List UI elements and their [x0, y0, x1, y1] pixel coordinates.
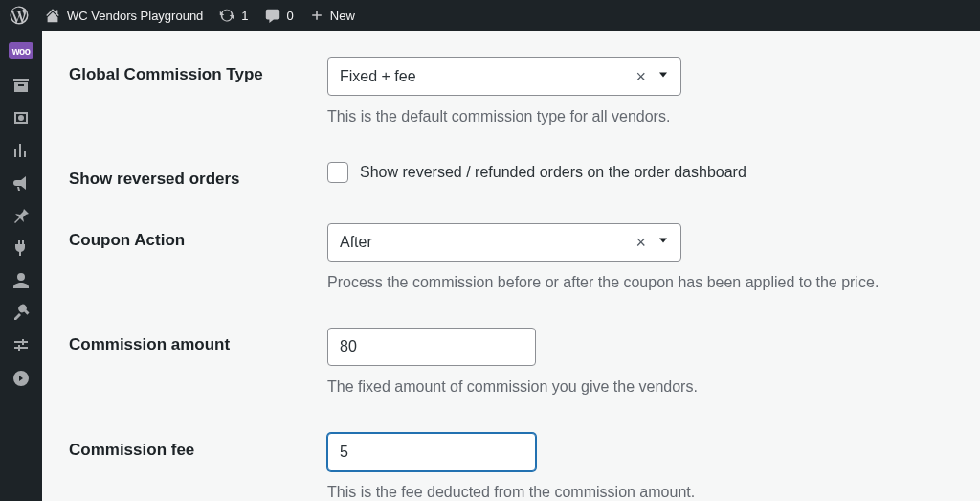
comments-count-text: 0	[287, 9, 294, 23]
settings-form: Global Commission Type Fixed + fee × Thi…	[42, 31, 980, 501]
coupon-action-desc: Process the commission before or after t…	[327, 271, 961, 293]
label-show-reversed: Show reversed orders	[69, 162, 327, 189]
settings-slider-icon[interactable]	[0, 330, 42, 362]
updates-link[interactable]: 1	[211, 0, 256, 31]
updates-count-text: 1	[241, 9, 248, 23]
show-reversed-checkbox[interactable]	[327, 162, 348, 183]
site-title-text: WC Vendors Playground	[67, 9, 203, 23]
new-content-link[interactable]: New	[301, 0, 363, 31]
collapse-icon[interactable]	[0, 362, 42, 395]
field-commission-type: Fixed + fee × This is the default commis…	[327, 57, 980, 127]
comments-link[interactable]: 0	[256, 0, 301, 31]
pin-icon[interactable]	[0, 199, 42, 232]
plugins-icon[interactable]	[0, 232, 42, 264]
commission-amount-desc: The fixed amount of commission you give …	[327, 376, 961, 398]
tools-icon[interactable]	[0, 297, 42, 330]
commission-fee-desc: This is the fee deducted from the commis…	[327, 481, 961, 501]
commission-type-value: Fixed + fee	[340, 68, 416, 85]
commission-type-desc: This is the default commission type for …	[327, 105, 961, 127]
admin-sidebar: woo	[0, 31, 42, 501]
clear-icon[interactable]: ×	[635, 67, 646, 87]
archive-icon[interactable]	[0, 69, 42, 102]
row-commission-fee: Commission fee This is the fee deducted …	[42, 416, 980, 501]
chevron-down-icon[interactable]	[656, 233, 671, 252]
site-home-link[interactable]: WC Vendors Playground	[36, 0, 211, 31]
users-icon[interactable]	[0, 264, 42, 297]
show-reversed-checkbox-label: Show reversed / refunded orders on the o…	[360, 164, 746, 181]
woo-icon[interactable]: woo	[9, 42, 33, 59]
clear-icon[interactable]: ×	[635, 233, 646, 253]
row-coupon-action: Coupon Action After × Process the commis…	[42, 206, 980, 310]
new-label-text: New	[330, 9, 355, 23]
field-commission-fee: This is the fee deducted from the commis…	[327, 433, 980, 501]
show-reversed-checkbox-row: Show reversed / refunded orders on the o…	[327, 162, 961, 183]
row-commission-type: Global Commission Type Fixed + fee × Thi…	[42, 31, 980, 145]
admin-toolbar: WC Vendors Playground 1 0 New	[0, 0, 980, 31]
field-coupon-action: After × Process the commission before or…	[327, 223, 980, 293]
megaphone-icon[interactable]	[0, 167, 42, 199]
label-commission-amount: Commission amount	[69, 328, 327, 354]
label-coupon-action: Coupon Action	[69, 223, 327, 250]
analytics-icon[interactable]	[0, 134, 42, 167]
row-commission-amount: Commission amount The fixed amount of co…	[42, 310, 980, 415]
wp-logo[interactable]	[0, 0, 36, 31]
commission-type-select[interactable]: Fixed + fee ×	[327, 57, 681, 96]
label-commission-type: Global Commission Type	[69, 57, 327, 84]
commission-amount-input[interactable]	[327, 328, 536, 366]
label-commission-fee: Commission fee	[69, 433, 327, 460]
field-commission-amount: The fixed amount of commission you give …	[327, 328, 980, 398]
commission-fee-input[interactable]	[327, 433, 536, 471]
coupon-action-value: After	[340, 234, 372, 251]
money-icon[interactable]	[0, 102, 42, 134]
row-show-reversed: Show reversed orders Show reversed / ref…	[42, 145, 980, 206]
field-show-reversed: Show reversed / refunded orders on the o…	[327, 162, 980, 183]
coupon-action-select[interactable]: After ×	[327, 223, 681, 262]
chevron-down-icon[interactable]	[656, 67, 671, 86]
